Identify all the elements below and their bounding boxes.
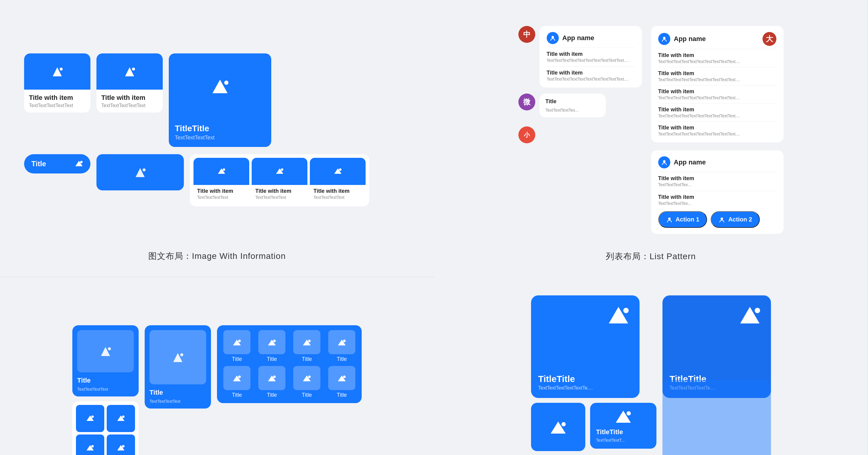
q3-layout: Title TextTextTextText (24, 325, 410, 455)
immersive-card-sm (531, 403, 585, 451)
image-top (738, 305, 762, 325)
grid-cell-3: Title (290, 330, 323, 362)
grid-4col: Title Title Title (217, 325, 362, 403)
svg-point-16 (552, 36, 554, 38)
card-title: Title with item (255, 188, 304, 194)
grid-2x2 (72, 401, 138, 455)
immersive-overlay (662, 380, 771, 455)
mountain-icon (276, 167, 284, 175)
list-item: Title with item TextTextTextTex... (658, 172, 776, 187)
grid-cell-img (293, 330, 320, 354)
mountain-icon (133, 166, 148, 179)
action1-button[interactable]: Action 1 (658, 211, 707, 228)
svg-point-42 (343, 339, 346, 342)
item-title: Title with item (658, 124, 776, 131)
grid-cell-label: Title (337, 356, 347, 362)
quadrant-list-pattern: 中 App name Title with item TextTextTextT… (434, 0, 868, 277)
list-item: Title with item TextTextTextTex... (658, 191, 776, 206)
q3-right-col: Title Title Title (217, 325, 362, 403)
item-text: TextTextTextTex... (658, 201, 749, 206)
q3-left-col: Title TextTextTextText (72, 325, 138, 455)
app-name: App name (674, 159, 706, 166)
zhong-group: 中 App name Title with item TextTextTextT… (518, 26, 642, 87)
svg-point-28 (91, 445, 94, 448)
svg-point-24 (91, 416, 94, 418)
app-name: App name (674, 35, 706, 43)
q4-layout: TitleTitle TextTextTextTextTextTe.... Ti… (458, 295, 844, 455)
image-card-large-blue: TitleTitle TextTextTextText (169, 53, 271, 147)
wei-group: 微 Title TextTextTextTex... (518, 93, 642, 117)
card-subtitle: TextTextTextText (197, 195, 246, 200)
svg-point-56 (627, 411, 631, 416)
q1-row1: Title with item TextTextTextTextText Tit… (24, 53, 410, 147)
card-title: Title with item (313, 188, 362, 194)
list-item: Title with item TextTextTextTextTextText… (658, 121, 776, 136)
grid-row-2: Title Title Title (221, 366, 358, 398)
item-text: TextTextTextTextTextTextTextTextTextText… (547, 77, 635, 82)
list-header: App name 大 (658, 32, 776, 46)
q3-content: Title TextTextTextText (24, 295, 410, 455)
svg-point-7 (80, 161, 83, 163)
list-header: App name (658, 156, 776, 168)
mountain-icon (98, 345, 113, 358)
svg-point-5 (224, 81, 228, 85)
card-subtitle: TextTextTextText (150, 399, 206, 404)
image-area (150, 330, 206, 385)
grid-row-1: Title Title Title (221, 330, 358, 362)
svg-point-40 (308, 339, 311, 342)
image-area (252, 158, 307, 185)
text-area: Title with item TextTextTextTextText (96, 90, 163, 113)
svg-point-1 (60, 67, 63, 70)
svg-point-20 (721, 218, 723, 220)
image-area (77, 330, 134, 372)
text-area: Title with item TextTextTextText (252, 185, 307, 203)
image-card-xs-3: Title with item TextTextTextText (310, 158, 366, 203)
card-subtitle: TextTextTextTextText (101, 103, 158, 108)
app-icon (658, 156, 670, 168)
grid-cell-label: Title (232, 356, 242, 362)
image-card-1: Title with item TextTextTextTextText (24, 53, 90, 113)
q4-right-col: TitleTitle TextTextTextTextTe.... (662, 295, 771, 455)
image-card-xs-1: Title with item TextTextTextText (193, 158, 249, 203)
card-subtitle: TextTextTextText (255, 195, 304, 200)
image-card-2: Title with item TextTextTextTextText (96, 53, 163, 113)
item-text: TextTextTextTextTextTextTextTextTextText… (658, 132, 749, 136)
item-text: TextTextTextTextTextTextTextTextTextText… (658, 113, 749, 118)
image-area (96, 53, 163, 90)
q2-content: 中 App name Title with item TextTextTextT… (458, 18, 844, 242)
grid-card-single: Title TextTextTextText (72, 325, 138, 396)
mountain-icon (217, 167, 226, 175)
q4-content: TitleTitle TextTextTextTextTextTe.... Ti… (458, 295, 844, 455)
grid-cell-label: Title (267, 392, 277, 398)
item-title: Title with item (547, 51, 635, 57)
quadrant-image-info: Title with item TextTextTextTextText Tit… (0, 0, 434, 277)
item-title: Title with item (658, 194, 776, 200)
mountain-icon (210, 77, 230, 95)
grid-cell-4: Title (326, 330, 358, 362)
card-title: Title with item (29, 94, 86, 102)
item-title: Title with item (658, 175, 776, 182)
card-title: TitleTitle (596, 428, 650, 436)
item-title: Title with item (658, 52, 776, 59)
image-card-xs-2: Title with item TextTextTextText (252, 158, 307, 203)
card-title: Title with item (101, 94, 158, 102)
card-subtitle: TextTextTextT... (596, 438, 650, 443)
pill-title: Title (31, 160, 46, 168)
card-subtitle: TextTextTextTextText (29, 103, 86, 108)
grid-cell-label: Title (302, 392, 312, 398)
action-buttons-row: Action 1 Action 2 (658, 211, 776, 228)
svg-point-22 (108, 347, 111, 350)
list-item: Title with item TextTextTextTextTextText… (658, 67, 776, 82)
mountain-icon (117, 415, 125, 422)
svg-point-3 (132, 67, 135, 70)
image-top-area (607, 305, 630, 325)
app-icon (547, 32, 559, 44)
action2-button[interactable]: Action 2 (711, 211, 760, 228)
card-subtitle: TextTextTextText (77, 387, 134, 392)
grid-cell-5: Title (221, 366, 253, 398)
xs-cards-group: Title with item TextTextTextText Title w… (190, 154, 369, 206)
svg-point-50 (343, 375, 346, 378)
item-title: Title with item (658, 88, 776, 95)
q2-label: 列表布局：List Pattern (606, 251, 696, 262)
q2-right-col: App name 大 Title with item TextTextTextT… (651, 26, 784, 234)
